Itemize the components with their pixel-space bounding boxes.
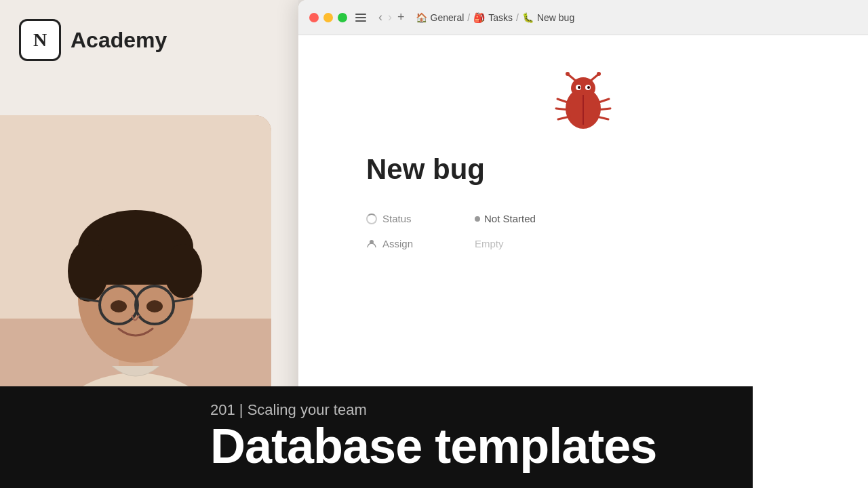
- assign-label[interactable]: Assign: [366, 238, 475, 249]
- hamburger-icon[interactable]: [355, 14, 366, 22]
- svg-point-33: [587, 86, 590, 89]
- bug-icon-large: [549, 69, 617, 137]
- forward-button[interactable]: ›: [388, 10, 392, 24]
- svg-line-26: [558, 117, 570, 119]
- svg-line-28: [598, 108, 610, 110]
- breadcrumb: 🏠 General / 🎒 Tasks / 🐛 New bug: [416, 12, 575, 23]
- assign-property-row: Assign Empty: [366, 231, 800, 256]
- maximize-button[interactable]: [338, 13, 347, 22]
- browser-chrome: ‹ › + 🏠 General / 🎒 Tasks / 🐛 New bug: [298, 0, 868, 35]
- traffic-lights: [309, 13, 347, 22]
- svg-rect-8: [78, 251, 193, 285]
- breadcrumb-general[interactable]: General: [431, 12, 465, 23]
- tasks-icon: 🎒: [473, 12, 485, 23]
- back-button[interactable]: ‹: [378, 10, 382, 24]
- svg-point-21: [566, 72, 570, 76]
- status-label[interactable]: Status: [366, 213, 475, 224]
- text-overlay: 201 | Scaling your team Database templat…: [0, 386, 753, 488]
- bug-icon-breadcrumb: 🐛: [522, 12, 534, 23]
- svg-line-19: [568, 75, 576, 81]
- svg-point-15: [146, 300, 163, 312]
- academy-header: N Academy: [19, 19, 167, 61]
- breadcrumb-sep-1: /: [467, 12, 470, 23]
- status-dot: [475, 216, 480, 222]
- properties-section: Status Not Started Assign Empty: [339, 206, 827, 256]
- browser-controls: ‹ › +: [378, 10, 405, 24]
- breadcrumb-sep-2: /: [516, 12, 519, 23]
- status-property-row: Status Not Started: [366, 206, 800, 231]
- close-button[interactable]: [309, 13, 319, 22]
- minimize-button[interactable]: [323, 13, 333, 22]
- breadcrumb-page[interactable]: New bug: [537, 12, 574, 23]
- assign-value[interactable]: Empty: [475, 238, 504, 249]
- status-value[interactable]: Not Started: [475, 213, 536, 224]
- page-title[interactable]: New bug: [366, 153, 485, 186]
- home-icon[interactable]: 🏠: [416, 12, 427, 23]
- logo-letter: N: [33, 29, 47, 51]
- subtitle-text: 201 | Scaling your team: [210, 401, 726, 419]
- notion-logo: N: [19, 19, 61, 61]
- svg-line-29: [597, 117, 608, 119]
- svg-point-22: [597, 72, 601, 76]
- svg-point-32: [578, 86, 580, 89]
- svg-line-20: [590, 75, 598, 81]
- person-icon: [366, 239, 377, 249]
- main-title: Database templates: [210, 422, 726, 470]
- browser-content: New bug Status Not Started: [298, 35, 868, 283]
- academy-label: Academy: [71, 28, 167, 53]
- status-icon: [366, 214, 377, 224]
- svg-line-25: [556, 108, 568, 110]
- add-button[interactable]: +: [397, 10, 405, 24]
- svg-point-14: [111, 300, 127, 312]
- breadcrumb-tasks[interactable]: Tasks: [488, 12, 513, 23]
